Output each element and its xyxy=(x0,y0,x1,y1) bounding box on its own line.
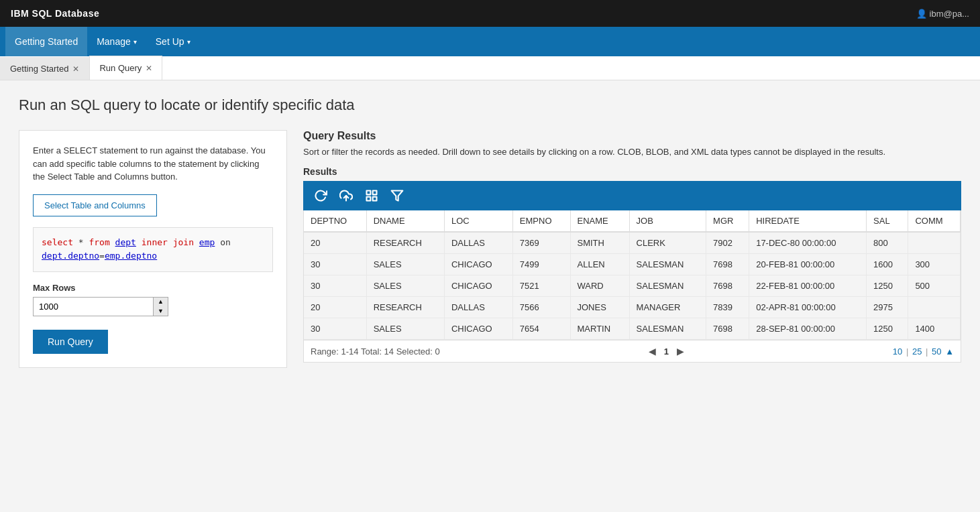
table-cell: 2975 xyxy=(867,297,908,318)
main-layout: Enter a SELECT statement to run against … xyxy=(19,130,961,368)
table-cell: 7521 xyxy=(512,275,570,297)
description-text: Enter a SELECT statement to run against … xyxy=(33,144,273,184)
page-size-50[interactable]: 50 xyxy=(932,346,941,357)
tab-run-query[interactable]: Run Query ✕ xyxy=(89,56,162,80)
column-header-sal[interactable]: SAL xyxy=(867,210,908,232)
spinner-buttons: ▲ ▼ xyxy=(154,297,168,316)
table-cell: 1250 xyxy=(867,275,908,297)
table-cell: 30 xyxy=(304,275,366,297)
user-icon: 👤 xyxy=(916,9,927,19)
select-table-button[interactable]: Select Table and Columns xyxy=(33,194,157,216)
nav-item-manage[interactable]: Manage ▾ xyxy=(87,27,146,56)
table-row[interactable]: 30SALESCHICAGO7521WARDSALESMAN769822-FEB… xyxy=(304,275,961,297)
table-cell: DALLAS xyxy=(444,297,512,318)
left-panel: Enter a SELECT statement to run against … xyxy=(19,130,287,368)
refresh-icon[interactable] xyxy=(311,186,330,205)
table-cell: MANAGER xyxy=(629,297,706,318)
table-cell: 500 xyxy=(908,275,961,297)
table-row[interactable]: 20RESEARCHDALLAS7566JONESMANAGER783902-A… xyxy=(304,297,961,318)
column-header-mgr[interactable]: MGR xyxy=(706,210,749,232)
table-cell: CHICAGO xyxy=(444,254,512,275)
next-page-button[interactable]: ▶ xyxy=(673,344,688,358)
spinner-up-button[interactable]: ▲ xyxy=(154,298,168,307)
max-rows-label: Max Rows xyxy=(33,283,273,293)
prev-page-button[interactable]: ◀ xyxy=(645,344,660,358)
table-cell: 7369 xyxy=(512,232,570,254)
table-cell: SALESMAN xyxy=(629,254,706,275)
grid-icon[interactable] xyxy=(362,186,381,205)
table-cell: 7698 xyxy=(706,254,749,275)
chevron-down-icon: ▾ xyxy=(133,38,137,46)
svg-rect-3 xyxy=(367,197,371,201)
table-cell: 1250 xyxy=(867,318,908,340)
close-icon[interactable]: ✕ xyxy=(146,64,152,73)
tab-getting-started[interactable]: Getting Started ✕ xyxy=(0,57,89,80)
column-header-hiredate[interactable]: HIREDATE xyxy=(749,210,867,232)
column-header-ename[interactable]: ENAME xyxy=(570,210,629,232)
page-size-25[interactable]: 25 xyxy=(912,346,922,357)
data-table-wrap[interactable]: DEPTNODNAMELOCEMPNOENAMEJOBMGRHIREDATESA… xyxy=(303,210,961,340)
nav-bar: Getting Started Manage ▾ Set Up ▾ xyxy=(0,27,980,56)
chevron-down-icon: ▾ xyxy=(187,38,190,46)
max-rows-wrap: ▲ ▼ xyxy=(33,297,273,316)
table-cell: 7839 xyxy=(706,297,749,318)
table-row[interactable]: 30SALESCHICAGO7654MARTINSALESMAN769828-S… xyxy=(304,318,961,340)
table-cell: SALES xyxy=(366,275,444,297)
table-cell: 30 xyxy=(304,254,366,275)
query-table-ref: dept.deptno xyxy=(42,251,99,261)
tabs-bar: Getting Started ✕ Run Query ✕ xyxy=(0,56,980,80)
page-content: Run an SQL query to locate or identify s… xyxy=(0,80,980,512)
table-cell: 22-FEB-81 00:00:00 xyxy=(749,275,867,297)
table-cell: 1600 xyxy=(867,254,908,275)
table-cell: SALESMAN xyxy=(629,318,706,340)
close-icon[interactable]: ✕ xyxy=(72,64,79,74)
column-header-empno[interactable]: EMPNO xyxy=(512,210,570,232)
column-header-deptno[interactable]: DEPTNO xyxy=(304,210,366,232)
pagination: ◀ 1 ▶ xyxy=(645,344,688,358)
filter-icon[interactable] xyxy=(388,186,406,205)
right-panel: Query Results Sort or filter the records… xyxy=(303,130,961,363)
column-header-job[interactable]: JOB xyxy=(629,210,706,232)
query-keyword: select xyxy=(42,237,73,247)
table-cell: CHICAGO xyxy=(444,318,512,340)
query-keyword: join xyxy=(173,237,194,247)
query-keyword: inner xyxy=(142,237,168,247)
nav-item-setup[interactable]: Set Up ▾ xyxy=(146,27,200,56)
column-header-comm[interactable]: COMM xyxy=(908,210,961,232)
nav-item-getting-started[interactable]: Getting Started xyxy=(5,27,87,56)
table-cell: SALES xyxy=(366,318,444,340)
table-cell: 7902 xyxy=(706,232,749,254)
table-cell: 20-FEB-81 00:00:00 xyxy=(749,254,867,275)
table-row[interactable]: 20RESEARCHDALLAS7369SMITHCLERK790217-DEC… xyxy=(304,232,961,254)
spinner-down-button[interactable]: ▼ xyxy=(154,307,168,316)
table-cell: SALESMAN xyxy=(629,275,706,297)
range-text: Range: 1-14 Total: 14 Selected: 0 xyxy=(311,346,440,357)
table-cell xyxy=(908,297,961,318)
top-bar: IBM SQL Database 👤 ibm@pa... xyxy=(0,0,980,27)
user-label: 👤 ibm@pa... xyxy=(916,9,969,19)
query-keyword: from xyxy=(89,237,109,247)
column-header-loc[interactable]: LOC xyxy=(444,210,512,232)
table-footer: Range: 1-14 Total: 14 Selected: 0 ◀ 1 ▶ … xyxy=(303,340,961,363)
table-cell: 7566 xyxy=(512,297,570,318)
query-results-title: Query Results xyxy=(303,130,961,142)
column-header-dname[interactable]: DNAME xyxy=(366,210,444,232)
page-size-10[interactable]: 10 xyxy=(893,346,902,357)
app-title: IBM SQL Database xyxy=(11,8,99,19)
table-cell: 17-DEC-80 00:00:00 xyxy=(749,232,867,254)
table-cell: 02-APR-81 00:00:00 xyxy=(749,297,867,318)
export-icon[interactable] xyxy=(337,186,356,205)
table-cell: RESEARCH xyxy=(366,297,444,318)
query-box: select * from dept inner join emp on dep… xyxy=(33,227,273,273)
svg-marker-5 xyxy=(392,191,403,201)
max-rows-input[interactable] xyxy=(33,297,154,316)
query-table-ref: dept xyxy=(115,237,136,247)
table-cell: 20 xyxy=(304,232,366,254)
table-cell: CHICAGO xyxy=(444,275,512,297)
query-results-description: Sort or filter the records as needed. Dr… xyxy=(303,146,961,158)
query-table-ref: emp.deptno xyxy=(105,251,157,261)
run-query-button[interactable]: Run Query xyxy=(33,330,108,354)
table-body: 20RESEARCHDALLAS7369SMITHCLERK790217-DEC… xyxy=(304,232,961,340)
svg-rect-1 xyxy=(367,191,371,195)
table-row[interactable]: 30SALESCHICAGO7499ALLENSALESMAN769820-FE… xyxy=(304,254,961,275)
